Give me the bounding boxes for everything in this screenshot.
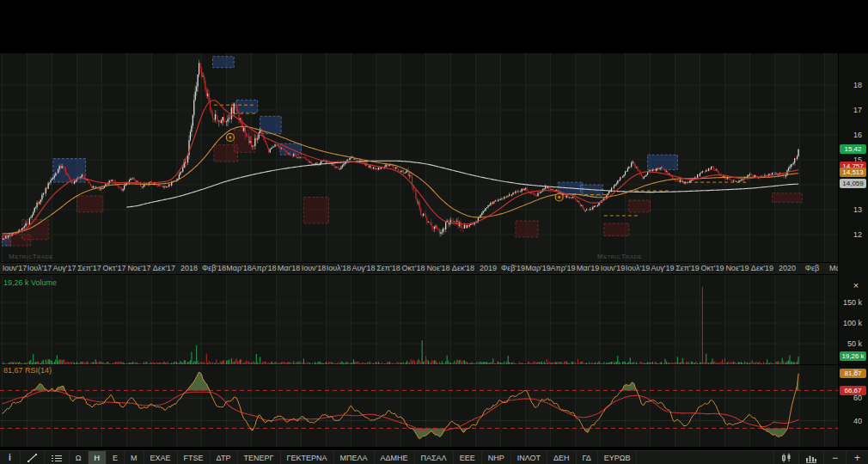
ticker-label: ΔΕΗ bbox=[553, 454, 570, 462]
ticker-label: FTSE bbox=[184, 454, 204, 462]
ticker-button[interactable]: ΕΥΡΩΒ bbox=[598, 451, 638, 464]
ticker-label: ΕΕΕ bbox=[460, 454, 475, 462]
price-badge-gray: 14,059 bbox=[840, 179, 866, 188]
price-axis-tick: 13 bbox=[838, 205, 866, 215]
indicators-icon bbox=[51, 453, 63, 463]
date-axis-label: Αυγ'18 bbox=[351, 264, 375, 272]
date-axis-label: Απρ'19 bbox=[550, 264, 575, 272]
zoom-out-button[interactable]: − bbox=[823, 451, 846, 464]
ticker-button[interactable]: ΔΕΗ bbox=[547, 451, 577, 464]
timeframe-label: Μ bbox=[131, 454, 138, 462]
watermark: MetricTrade bbox=[9, 253, 53, 260]
date-axis-label: 2020 bbox=[779, 264, 796, 272]
ticker-button[interactable]: FTSE bbox=[178, 451, 211, 464]
volume-axis-tick: 150 k bbox=[838, 297, 866, 308]
date-axis-label: Ιουλ'17 bbox=[28, 264, 52, 272]
ticker-button[interactable]: ΜΠΕΛΑ bbox=[334, 451, 375, 464]
trendline-icon bbox=[27, 453, 38, 463]
ticker-label: ΜΠΕΛΑ bbox=[340, 454, 368, 462]
price-axis-tick: 12 bbox=[838, 229, 866, 240]
timeframe-button-0[interactable]: Ω bbox=[70, 451, 89, 464]
info-icon: i bbox=[6, 453, 14, 462]
date-axis-label: Ιουν'18 bbox=[302, 264, 327, 272]
pane-divider bbox=[0, 364, 868, 365]
rsi-close-icon[interactable]: × bbox=[851, 367, 861, 377]
rsi-indicator-label[interactable]: 81,67 RSI(14) bbox=[3, 366, 52, 375]
timeframe-label: Ω bbox=[76, 454, 82, 462]
timeframe-label: Η bbox=[95, 454, 101, 462]
volume-close-icon[interactable]: × bbox=[851, 281, 861, 291]
date-axis-label: Αυγ'17 bbox=[52, 264, 76, 272]
date-axis-label: Ιουλ'18 bbox=[327, 264, 351, 272]
timeframe-button-3[interactable]: Μ bbox=[125, 451, 144, 464]
info-button[interactable]: i bbox=[0, 451, 21, 464]
chart-type-candles-button[interactable] bbox=[773, 451, 798, 464]
date-axis-label: Δεκ'17 bbox=[153, 264, 175, 272]
timeframe-button-2[interactable]: Ε bbox=[107, 451, 125, 464]
zoom-out-icon: − bbox=[832, 452, 838, 464]
date-axis-label: 2018 bbox=[180, 264, 198, 272]
date-axis-label: Δεκ'18 bbox=[452, 264, 474, 272]
date-axis-label: Μαρ'18 bbox=[226, 264, 252, 272]
date-axis-label: Φεβ'19 bbox=[501, 264, 525, 272]
ticker-label: ΝΗΡ bbox=[488, 454, 504, 462]
draw-tool-button[interactable] bbox=[21, 451, 45, 464]
ticker-button[interactable]: ΑΔΜΗΕ bbox=[375, 451, 415, 464]
ticker-button[interactable]: ΔΤΡ bbox=[211, 451, 238, 464]
date-axis-label: Απρ'18 bbox=[251, 264, 276, 272]
indicators-button[interactable] bbox=[45, 451, 70, 464]
chart-area[interactable]: Ιουν'17Ιουλ'17Αυγ'17Σεπ'17Οκτ'17Νοε'17Δε… bbox=[0, 0, 868, 450]
bottom-toolbar: iΩΗΕΜΕΧΑΕFTSEΔΤΡΤΕΝΕΡΓΓΕΚΤΕΡΝΑΜΠΕΛΑΑΔΜΗΕ… bbox=[0, 450, 868, 464]
date-axis-label: Οκτ'17 bbox=[103, 264, 126, 272]
date-axis-label: 2019 bbox=[480, 264, 497, 272]
date-axis[interactable]: Ιουν'17Ιουλ'17Αυγ'17Σεπ'17Οκτ'17Νοε'17Δε… bbox=[0, 262, 868, 275]
date-axis-label: Μαι'18 bbox=[278, 264, 300, 272]
volume-indicator-label[interactable]: 19,26 k Volume bbox=[3, 278, 57, 287]
ticker-label: ΑΔΜΗΕ bbox=[381, 454, 408, 462]
ticker-label: ΓΔ bbox=[583, 454, 591, 462]
ticker-button[interactable]: ΓΕΚΤΕΡΝΑ bbox=[281, 451, 334, 464]
date-axis-label: Σεπ'17 bbox=[77, 264, 101, 272]
date-axis-label: Ιουν'17 bbox=[3, 264, 28, 272]
rsi-pane-chart[interactable] bbox=[0, 364, 838, 447]
date-axis-label: Νοε'19 bbox=[725, 264, 749, 272]
zoom-in-button[interactable]: + bbox=[846, 451, 868, 464]
date-axis-label: Αυγ'19 bbox=[651, 264, 674, 272]
ticker-button[interactable]: ΤΕΝΕΡΓ bbox=[238, 451, 281, 464]
bar-chart-icon bbox=[805, 453, 817, 463]
price-axis-tick: 17 bbox=[838, 105, 866, 115]
price-axis-tick: 16 bbox=[838, 130, 866, 140]
volume-axis-tick: 100 k bbox=[838, 318, 866, 328]
ticker-label: ΔΤΡ bbox=[217, 454, 231, 462]
volume-value-badge: 19,26 k bbox=[840, 351, 866, 361]
date-axis-label: Φεβ'18 bbox=[202, 264, 226, 272]
ticker-label: ΕΥΡΩΒ bbox=[604, 454, 631, 462]
price-badge-orange: 14,513 bbox=[840, 168, 866, 177]
ticker-button[interactable]: ΕΕΕ bbox=[454, 451, 482, 464]
ticker-button[interactable]: ΠΑΣΑΛ bbox=[415, 451, 454, 464]
date-axis-label: Ιουν'19 bbox=[601, 264, 626, 272]
ticker-button[interactable]: ΓΔ bbox=[577, 451, 598, 464]
date-axis-label: Μαι'19 bbox=[577, 264, 599, 272]
price-pane-chart[interactable] bbox=[0, 53, 838, 262]
volume-axis-tick: 50 k bbox=[838, 339, 866, 349]
date-axis-label: Νοε'18 bbox=[426, 264, 449, 272]
ticker-label: ΕΧΑΕ bbox=[150, 454, 171, 462]
ticker-button[interactable]: ΙΝΛΟΤ bbox=[511, 451, 547, 464]
date-axis-label: Μαρ'19 bbox=[525, 264, 551, 272]
date-axis-label: Ιουλ'19 bbox=[626, 264, 651, 272]
ticker-button[interactable]: ΝΗΡ bbox=[482, 451, 511, 464]
watermark: MetricTrade bbox=[597, 253, 642, 260]
ticker-button[interactable]: ΕΧΑΕ bbox=[144, 451, 178, 464]
timeframe-label: Ε bbox=[113, 454, 118, 462]
volume-histogram-button[interactable] bbox=[798, 451, 823, 464]
ticker-label: ΙΝΛΟΤ bbox=[517, 454, 541, 462]
candlestick-chart-icon bbox=[780, 453, 792, 463]
date-axis-label: Οκτ'19 bbox=[701, 264, 724, 272]
ticker-label: ΓΕΚΤΕΡΝΑ bbox=[287, 454, 327, 462]
timeframe-button-1[interactable]: Η bbox=[89, 451, 107, 464]
rsi-badge-red: 66,67 bbox=[840, 386, 866, 395]
ticker-label: ΤΕΝΕΡΓ bbox=[244, 454, 274, 462]
volume-pane-chart[interactable] bbox=[0, 275, 838, 364]
toolbar-right-group: −+ bbox=[773, 451, 868, 464]
